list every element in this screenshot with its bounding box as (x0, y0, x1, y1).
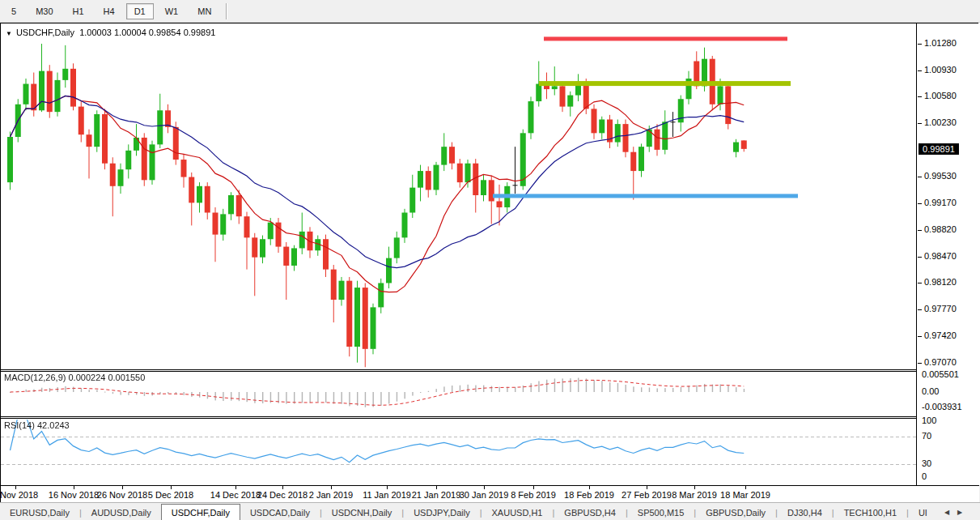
chart-tab-gbpusd-h4[interactable]: GBPUSD,H4 (554, 505, 626, 520)
price-axis-tick: 0.99530 (924, 171, 957, 181)
chart-tab-xauusd-h1[interactable]: XAUUSD,H1 (482, 505, 553, 520)
price-axis-tick: 0.98820 (924, 224, 957, 234)
timeframe-button-h4[interactable]: H4 (95, 3, 123, 19)
rsi-indicator-label: RSI(14) 42.0243 (4, 420, 70, 430)
date-axis-tick (589, 486, 590, 489)
rsi-axis-tick: 70 (922, 431, 931, 441)
date-axis-tick (387, 486, 388, 489)
date-axis-tick (171, 486, 172, 489)
price-axis-tick: 0.97420 (924, 330, 957, 340)
date-axis-tick (533, 486, 534, 489)
chart-dropdown-icon[interactable]: ▼ (6, 30, 12, 37)
price-axis-tick: 0.98470 (924, 251, 957, 261)
chart-symbol-label: USDCHF,Daily (16, 28, 74, 37)
current-price-badge: 0.99891 (918, 143, 959, 155)
date-axis-tick (436, 486, 437, 489)
price-axis-tick: 1.00930 (924, 65, 957, 75)
timeframe-button-5[interactable]: 5 (3, 3, 24, 19)
date-axis-tick (74, 486, 74, 489)
chart-title: ▼USDCHF,Daily 1.00003 1.00004 0.99854 0.… (6, 28, 215, 37)
chart-tab-usdchf-daily[interactable]: USDCHF,Daily (161, 504, 240, 520)
timeframe-button-w1[interactable]: W1 (157, 3, 187, 19)
chart-tab-usdcnh-daily[interactable]: USDCNH,Daily (322, 505, 402, 520)
rsi-axis-tick: 30 (922, 458, 931, 468)
chart-ohlc-values: 1.00003 1.00004 0.99854 0.99891 (79, 28, 215, 37)
date-axis-label: 8 Feb 2019 (501, 490, 566, 500)
timeframe-button-m30[interactable]: M30 (28, 3, 61, 19)
price-chart-canvas[interactable] (1, 23, 916, 485)
chart-tab-audusd-daily[interactable]: AUDUSD,Daily (82, 505, 161, 520)
date-axis-label: 5 Dec 2018 (138, 490, 203, 500)
date-axis-label: 18 Mar 2019 (713, 490, 778, 500)
date-axis[interactable]: 7 Nov 201816 Nov 201826 Nov 20185 Dec 20… (1, 485, 979, 503)
date-axis-tick (331, 486, 332, 489)
date-axis-tick (235, 486, 236, 489)
price-axis-tick: 0.99170 (924, 198, 957, 207)
rsi-axis-tick: 100 (922, 416, 936, 425)
tab-scroll-arrows: ◀▶ (940, 503, 966, 520)
date-axis-tick (694, 486, 695, 489)
tab-scroll-left-icon[interactable]: ◀ (940, 509, 953, 516)
timeframe-button-mn[interactable]: MN (189, 3, 219, 19)
chart-tab-gbpusd-daily[interactable]: GBPUSD,Daily (696, 505, 775, 520)
macd-axis-tick: 0.005501 (922, 369, 959, 379)
price-axis-tick: 1.00230 (924, 117, 957, 127)
date-axis-tick (122, 486, 123, 489)
chart-tab-eurusd-daily[interactable]: EURUSD,Daily (0, 505, 79, 520)
chart-tab-bar: EURUSD,Daily|AUDUSD,DailyUSDCHF,DailyUSD… (0, 502, 980, 520)
chart-tab-ui[interactable]: UI (909, 505, 937, 520)
timeframe-button-h1[interactable]: H1 (65, 3, 92, 19)
date-axis-tick (15, 486, 16, 489)
date-axis-tick (484, 486, 485, 489)
price-axis[interactable]: 0.99891 1.012801.009301.005801.002300.99… (916, 23, 980, 485)
price-axis-tick: 0.98120 (924, 277, 957, 287)
toolbar-separator (226, 3, 227, 19)
tab-scroll-right-icon[interactable]: ▶ (953, 509, 966, 516)
chart-tab-usdjpy-daily[interactable]: USDJPY,Daily (404, 505, 480, 520)
price-axis-tick: 0.97070 (924, 357, 957, 367)
timeframe-button-d1[interactable]: D1 (126, 3, 154, 19)
date-axis-tick (647, 486, 647, 489)
timeframe-toolbar: 5M30H1H4D1W1MN (0, 0, 980, 23)
price-axis-tick: 1.01280 (924, 38, 957, 48)
date-axis-tick (745, 486, 746, 489)
chart-tab-sp500-m15[interactable]: SP500,M15 (628, 505, 694, 520)
chart-tab-usdcad-daily[interactable]: USDCAD,Daily (240, 505, 320, 520)
chart-window: ▼USDCHF,Daily 1.00003 1.00004 0.99854 0.… (0, 23, 978, 502)
macd-indicator-label: MACD(12,26,9) 0.000224 0.001550 (4, 373, 145, 382)
macd-axis-tick: -0.003931 (922, 402, 962, 411)
macd-values: 0.000224 0.001550 (68, 373, 145, 382)
macd-axis-tick: 0.00 (922, 386, 939, 396)
chart-tab-dj30-h4[interactable]: DJ30,H4 (778, 505, 832, 520)
date-axis-tick (282, 486, 283, 489)
date-axis-label: 2 Jan 2019 (299, 490, 363, 500)
price-axis-tick: 1.00580 (924, 91, 957, 100)
rsi-axis-tick: 0 (922, 471, 927, 481)
rsi-value: 42.0243 (37, 420, 70, 430)
price-axis-tick: 0.97770 (924, 304, 957, 313)
chart-tab-tech100-h1[interactable]: TECH100,H1 (834, 505, 906, 520)
date-axis-label: 18 Feb 2019 (557, 490, 622, 500)
